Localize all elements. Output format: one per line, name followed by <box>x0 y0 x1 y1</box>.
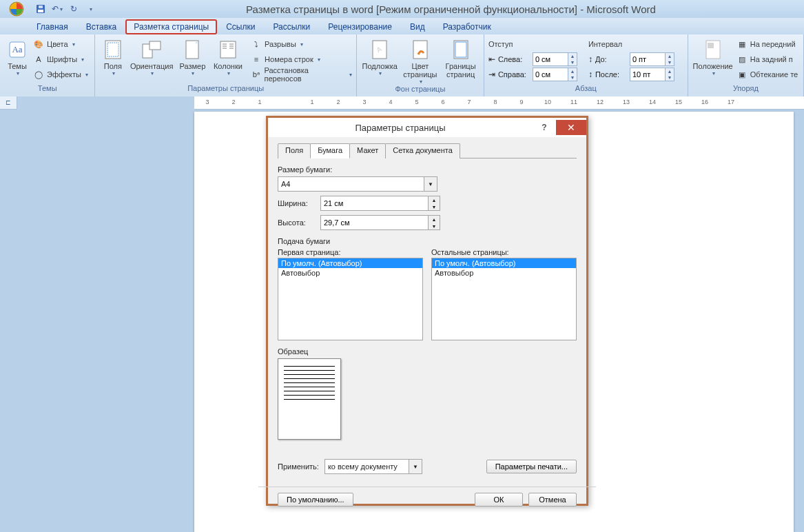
tab-page-layout[interactable]: Разметка страницы <box>125 19 217 34</box>
dialog-tabs: Поля Бумага Макет Сетка документа <box>278 143 577 158</box>
dlg-tab-fields[interactable]: Поля <box>278 143 311 158</box>
width-input[interactable] <box>321 199 428 207</box>
indent-left-field[interactable]: ⇤Слева: ▲▼ <box>488 52 577 66</box>
height-input[interactable] <box>321 218 428 227</box>
tab-mailings[interactable]: Рассылки <box>264 19 319 34</box>
list-item[interactable]: Автовыбор <box>278 268 422 278</box>
undo-icon[interactable]: ↶▾ <box>50 2 65 16</box>
page-color-button[interactable]: Цвет страницы▾ <box>402 37 440 85</box>
tab-home[interactable]: Главная <box>28 19 77 34</box>
watermark-button[interactable]: AПодложка▾ <box>361 37 399 76</box>
orientation-button[interactable]: Ориентация▾ <box>129 37 174 76</box>
theme-fonts-button[interactable]: AШрифты▾ <box>33 52 88 66</box>
tab-view[interactable]: Вид <box>401 19 434 34</box>
hyphenation-button[interactable]: bᵃРасстановка переносов▾ <box>251 68 352 81</box>
spacing-after-input[interactable] <box>630 70 665 79</box>
svg-rect-25 <box>708 43 714 48</box>
group-page-bg-label: Фон страницы <box>357 85 484 96</box>
themes-button[interactable]: Aa Темы ▾ <box>4 37 30 76</box>
dialog-title: Параметры страницы <box>268 123 533 133</box>
back-icon: ▨ <box>736 54 748 65</box>
group-page-setup: Поля▾ Ориентация▾ Размер▾ Колонки▾ ⤵Разр… <box>95 34 356 96</box>
margins-icon <box>102 39 124 61</box>
theme-colors-button[interactable]: 🎨Цвета▾ <box>33 37 88 51</box>
other-pages-listbox[interactable]: По умолч. (Автовыбор) Автовыбор <box>431 258 577 340</box>
default-button[interactable]: По умолчанию... <box>278 493 353 507</box>
svg-rect-21 <box>413 41 427 59</box>
width-input-wrap[interactable]: ▲▼ <box>320 196 440 211</box>
quick-access-toolbar: ↶▾ ↻ ▾ <box>33 2 98 16</box>
indent-right-field[interactable]: ⇥Справа: ▲▼ <box>488 68 577 81</box>
title-bar: ↶▾ ↻ ▾ Разметка страницы в word [Режим о… <box>0 0 804 18</box>
size-button[interactable]: Размер▾ <box>177 37 208 76</box>
watermark-icon: A <box>369 39 391 61</box>
height-input-wrap[interactable]: ▲▼ <box>320 215 440 230</box>
spin-up[interactable]: ▲ <box>429 216 440 223</box>
dlg-tab-paper[interactable]: Бумага <box>310 143 350 158</box>
spin-down[interactable]: ▼ <box>568 74 577 81</box>
position-icon <box>702 39 724 61</box>
first-page-listbox[interactable]: По умолч. (Автовыбор) Автовыбор <box>278 258 423 340</box>
spacing-before-input[interactable] <box>630 55 665 63</box>
dialog-help-button[interactable]: ? <box>533 120 556 135</box>
spin-up[interactable]: ▲ <box>666 68 674 74</box>
tab-review[interactable]: Рецензирование <box>319 19 401 34</box>
horizontal-ruler[interactable]: 3211234567891011121314151617 <box>194 96 804 110</box>
spin-down[interactable]: ▼ <box>568 59 577 65</box>
breaks-button[interactable]: ⤵Разрывы▾ <box>251 37 352 51</box>
dlg-tab-grid[interactable]: Сетка документа <box>385 143 460 158</box>
spin-down[interactable]: ▼ <box>429 203 440 210</box>
list-item[interactable]: Автовыбор <box>432 268 576 278</box>
print-options-button[interactable]: Параметры печати... <box>486 460 577 473</box>
spacing-after-field[interactable]: ↕После: ▲▼ <box>588 68 674 81</box>
spin-up[interactable]: ▲ <box>568 53 577 59</box>
apply-to-select[interactable]: ко всему документу ▼ <box>324 459 422 474</box>
line-numbers-button[interactable]: ≡Номера строк▾ <box>251 52 352 66</box>
columns-icon <box>217 39 239 61</box>
dialog-close-button[interactable]: ✕ <box>556 120 586 135</box>
colors-icon: 🎨 <box>33 39 44 50</box>
page-setup-dialog: Параметры страницы ? ✕ Поля Бумага Макет… <box>266 116 588 506</box>
spacing-after-icon: ↕ <box>588 70 592 79</box>
front-icon: ▦ <box>736 39 748 50</box>
svg-rect-4 <box>39 6 43 8</box>
ruler-corner: ⊏ <box>0 96 17 110</box>
columns-button[interactable]: Колонки▾ <box>211 37 245 76</box>
spin-down[interactable]: ▼ <box>666 59 674 65</box>
linenum-icon: ≡ <box>251 54 262 65</box>
qat-customize-icon[interactable]: ▾ <box>83 2 98 16</box>
office-button[interactable] <box>3 0 30 18</box>
indent-right-input[interactable] <box>533 70 568 79</box>
ribbon-tabs: Главная Вставка Разметка страницы Ссылки… <box>0 18 804 34</box>
sample-preview <box>278 358 341 440</box>
redo-icon[interactable]: ↻ <box>66 2 81 16</box>
group-page-background: AПодложка▾ Цвет страницы▾ Границы страни… <box>357 34 484 96</box>
spin-down[interactable]: ▼ <box>666 74 674 81</box>
tab-developer[interactable]: Разработчик <box>434 19 500 34</box>
dlg-tab-layout[interactable]: Макет <box>349 143 386 158</box>
dropdown-icon[interactable]: ▼ <box>409 460 422 473</box>
spin-up[interactable]: ▲ <box>568 68 577 74</box>
orientation-icon <box>141 39 163 61</box>
theme-effects-button[interactable]: ◯Эффекты▾ <box>33 68 88 81</box>
cancel-button[interactable]: Отмена <box>528 493 577 507</box>
spin-down[interactable]: ▼ <box>429 223 440 229</box>
page-borders-button[interactable]: Границы страниц <box>442 37 480 79</box>
spin-up[interactable]: ▲ <box>429 196 440 203</box>
ok-button[interactable]: ОК <box>475 493 523 507</box>
dialog-titlebar[interactable]: Параметры страницы ? ✕ <box>268 118 586 137</box>
indent-left-input[interactable] <box>533 55 568 63</box>
list-item[interactable]: По умолч. (Автовыбор) <box>278 258 422 268</box>
save-icon[interactable] <box>33 2 48 16</box>
spacing-label: Интервал <box>588 37 674 51</box>
margins-button[interactable]: Поля▾ <box>99 37 126 76</box>
tab-links[interactable]: Ссылки <box>217 19 264 34</box>
indent-left-icon: ⇤ <box>488 54 495 64</box>
app-window: ↶▾ ↻ ▾ Разметка страницы в word [Режим о… <box>0 0 804 532</box>
dropdown-icon[interactable]: ▼ <box>424 177 437 191</box>
tab-insert[interactable]: Вставка <box>77 19 126 34</box>
spacing-before-field[interactable]: ↕До: ▲▼ <box>588 52 674 66</box>
spin-up[interactable]: ▲ <box>666 53 674 59</box>
paper-size-select[interactable]: A4 ▼ <box>278 176 437 192</box>
list-item[interactable]: По умолч. (Автовыбор) <box>432 258 576 268</box>
